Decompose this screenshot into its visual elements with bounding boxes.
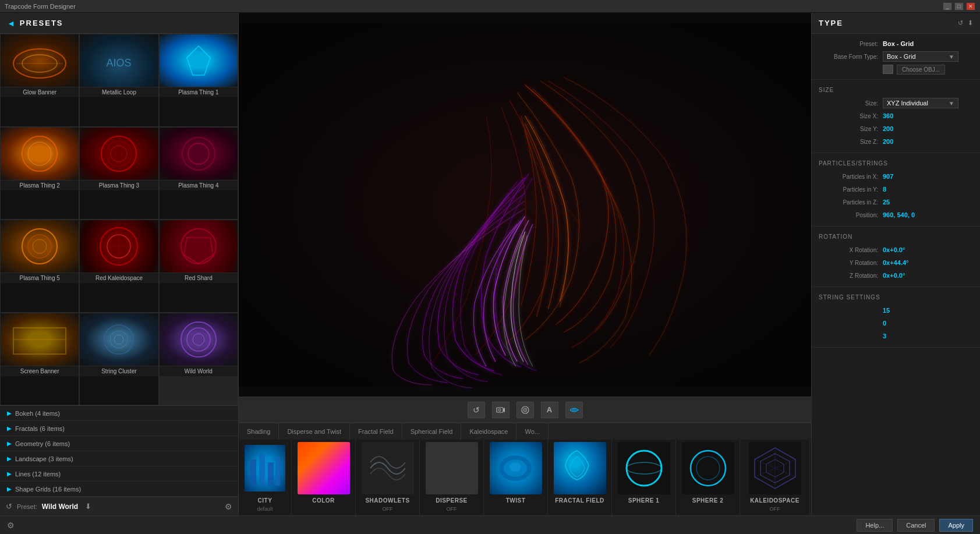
expand-arrow-icon: ▶: [7, 410, 12, 416]
block-tra[interactable]: TRA...: [810, 440, 811, 515]
base-form-dropdown[interactable]: Box - Grid ▼: [883, 51, 958, 62]
preset-item[interactable]: Plasma Thing 2: [0, 127, 79, 220]
svg-rect-41: [250, 459, 256, 486]
maximize-button[interactable]: □: [954, 2, 964, 10]
expand-arrow-icon: ▶: [7, 425, 12, 432]
category-geometry[interactable]: ▶ Geometry (6 items): [0, 436, 238, 451]
block-kaleidospace[interactable]: KALEIDOSPACE OFF: [740, 440, 810, 515]
category-landscape[interactable]: ▶ Landscape (3 items): [0, 451, 238, 466]
settings-icon[interactable]: ⚙: [7, 521, 15, 530]
size-x-value[interactable]: 360: [883, 112, 893, 119]
presets-grid: Glow Banner AIOS Metallic Loop: [0, 34, 238, 405]
z-rotation-row: Z Rotation: 0x+0.0°: [812, 269, 980, 282]
block-fractal-sublabel: [579, 506, 581, 512]
block-fractal-field[interactable]: FRACTAL FIELD: [548, 440, 612, 515]
tab-kaleidospace[interactable]: Kaleidospace: [461, 423, 516, 440]
save-icon[interactable]: ⬇: [968, 19, 973, 27]
preset-item[interactable]: Plasma Thing 4: [159, 127, 238, 220]
panel-preset-section: Preset: Box - Grid Base Form Type: Box -…: [812, 34, 980, 80]
save-preset-button[interactable]: ⬇: [85, 502, 91, 511]
camera-button[interactable]: [492, 402, 510, 418]
tab-shading[interactable]: Shading: [239, 423, 279, 440]
block-sphere1-thumb: [618, 442, 670, 494]
choose-obj-button[interactable]: Choose OBJ...: [897, 65, 945, 75]
string-val3[interactable]: 3: [883, 333, 886, 340]
preset-item[interactable]: AIOS Metallic Loop: [79, 34, 158, 127]
sidebar-collapse-button[interactable]: ◄: [7, 19, 15, 28]
window-controls: _ □ ✕: [943, 2, 975, 10]
tab-spherical-field[interactable]: Spherical Field: [402, 423, 462, 440]
preview-area: [239, 13, 811, 397]
tab-disperse-twist[interactable]: Disperse and Twist: [279, 423, 350, 440]
preset-label: Red Kaleidospace: [80, 273, 158, 283]
z-rotation-value[interactable]: 0x+0.0°: [883, 272, 905, 279]
preset-thumbnail: AIOS: [80, 34, 158, 87]
category-lines[interactable]: ▶ Lines (12 items): [0, 466, 238, 482]
string-val1-row: 15: [812, 304, 980, 317]
eye-button[interactable]: [565, 402, 583, 418]
apply-button[interactable]: Apply: [939, 519, 973, 532]
preset-item[interactable]: Plasma Thing 3: [79, 127, 158, 220]
block-sphere2[interactable]: SPHERE 2: [676, 440, 740, 515]
category-fractals[interactable]: ▶ Fractals (6 items): [0, 421, 238, 436]
preset-item[interactable]: Glow Banner: [0, 34, 79, 127]
minimize-button[interactable]: _: [943, 2, 952, 10]
preset-item[interactable]: Red Shard: [159, 220, 238, 313]
tab-wo[interactable]: Wo...: [516, 423, 548, 440]
tab-fractal-field[interactable]: Fractal Field: [350, 423, 402, 440]
string-val1[interactable]: 15: [883, 307, 890, 314]
block-sphere2-thumb: [682, 442, 734, 494]
category-label: Fractals (6 items): [15, 425, 65, 432]
svg-point-6: [28, 142, 51, 165]
refresh-preset-button[interactable]: ↺: [6, 502, 12, 511]
preset-item[interactable]: String Cluster: [79, 313, 158, 406]
size-y-value[interactable]: 200: [883, 125, 893, 132]
block-twist[interactable]: TWIST: [484, 440, 548, 515]
block-fractal-thumb: [554, 442, 606, 494]
preset-item[interactable]: Screen Banner: [0, 313, 79, 406]
preset-thumbnail: [1, 220, 79, 273]
block-city-thumb: [239, 442, 291, 494]
cancel-button[interactable]: Cancel: [897, 519, 935, 532]
settings-gear-icon[interactable]: ⚙: [225, 502, 232, 511]
expand-arrow-icon: ▶: [7, 486, 12, 492]
text-button[interactable]: A: [541, 402, 558, 418]
block-disperse-label: DISPERSE: [436, 497, 468, 504]
category-shape-grids[interactable]: ▶ Shape Grids (16 items): [0, 482, 238, 497]
svg-point-12: [22, 229, 57, 264]
size-x-row: Size X: 360: [812, 109, 980, 122]
y-rotation-value[interactable]: 0x+44.4°: [883, 259, 908, 266]
block-disperse[interactable]: DISPERSE OFF: [420, 440, 484, 515]
size-dropdown[interactable]: XYZ Individual ▼: [883, 98, 958, 108]
particles-x-value[interactable]: 907: [883, 173, 893, 180]
category-bokeh[interactable]: ▶ Bokeh (4 items): [0, 406, 238, 421]
preset-item[interactable]: Plasma Thing 1: [159, 34, 238, 127]
particles-x-row: Particles in X: 907: [812, 170, 980, 183]
reset-icon[interactable]: ↺: [958, 19, 963, 27]
preset-item[interactable]: Red Kaleidospace: [79, 220, 158, 313]
preset-label: Plasma Thing 5: [1, 273, 79, 283]
block-shadowlets[interactable]: SHADOWLETS OFF: [356, 440, 420, 515]
block-city[interactable]: CITY default: [239, 440, 292, 515]
block-color[interactable]: COLOR: [292, 440, 356, 515]
size-z-value[interactable]: 200: [883, 138, 893, 145]
panel-size-section: Size Size: XYZ Individual ▼ Size X: 360 …: [812, 80, 980, 153]
close-button[interactable]: ✕: [966, 2, 975, 10]
svg-point-40: [574, 409, 575, 411]
color-swatch[interactable]: [883, 65, 893, 74]
svg-point-5: [22, 136, 57, 171]
string-val2[interactable]: 0: [883, 320, 886, 327]
particles-y-value[interactable]: 8: [883, 186, 886, 193]
x-rotation-value[interactable]: 0x+0.0°: [883, 246, 905, 253]
preset-item-wild-world[interactable]: Wild World: [159, 313, 238, 406]
particles-z-value[interactable]: 25: [883, 199, 890, 206]
block-sphere1[interactable]: SPHERE 1: [612, 440, 676, 515]
preset-item[interactable]: Plasma Thing 5: [0, 220, 79, 313]
dropdown-arrow-icon: ▼: [949, 54, 954, 60]
waveform-button[interactable]: [516, 402, 534, 418]
undo-button[interactable]: ↺: [468, 402, 485, 418]
help-button[interactable]: Help...: [857, 519, 893, 532]
position-value[interactable]: 960, 540, 0: [883, 211, 915, 218]
size-y-row: Size Y: 200: [812, 122, 980, 135]
svg-point-51: [696, 457, 720, 480]
